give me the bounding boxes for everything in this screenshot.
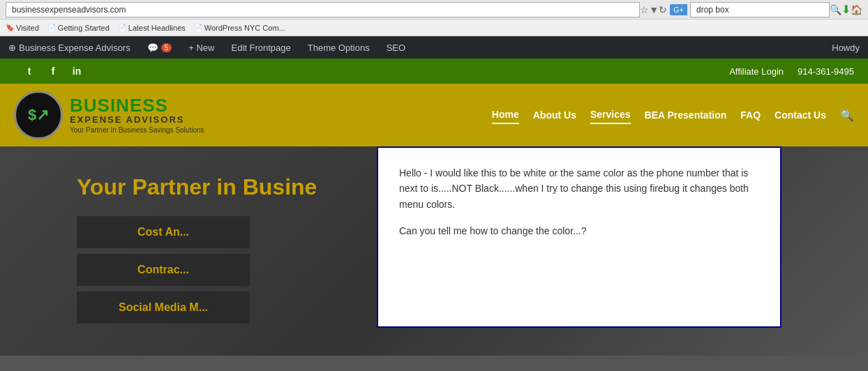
logo-text: BUSINESS EXPENSE ADVISORS Your Partner I… [70, 96, 204, 134]
nav-services[interactable]: Services [590, 106, 631, 124]
twitter-icon[interactable]: t [21, 63, 38, 80]
content-background: Your Partner in Busine Cost An... Contra… [0, 146, 868, 356]
hero-title: Your Partner in Busine [77, 174, 317, 200]
download-icon[interactable]: ⬇ [841, 3, 851, 16]
logo-tagline: Your Partner In Business Savings Solutio… [70, 126, 204, 134]
bookmark-getting-started[interactable]: 📄 Getting Started [47, 24, 110, 32]
logo-emblem: $↗ [14, 91, 63, 139]
wp-admin-bar: ⊕ Business Expense Advisors 💬 5 + New Ed… [0, 36, 868, 59]
hero-btn-social[interactable]: Social Media M... [77, 292, 250, 324]
browser-bar: ☆ ▼ ↻ G+ 🔍 ⬇ 🏠 [0, 0, 868, 20]
wordpress-nyc-icon: 📄 [194, 24, 202, 31]
star-down-icon[interactable]: ▼ [649, 4, 659, 15]
refresh-icon[interactable]: ↻ [659, 4, 667, 15]
latest-headlines-icon: 📄 [118, 24, 126, 31]
hero-buttons: Cost An... Contrac... Social Media M... [77, 216, 250, 324]
wp-howdy[interactable]: Howdy [823, 43, 868, 53]
site-header: $↗ BUSINESS EXPENSE ADVISORS Your Partne… [0, 84, 868, 146]
bookmarks-bar: 🔖 Visited 📄 Getting Started 📄 Latest Hea… [0, 20, 868, 36]
browser-search-input[interactable] [690, 2, 830, 17]
site-content: Your Partner in Busine Cost An... Contra… [0, 146, 868, 356]
hero-btn-contract[interactable]: Contrac... [77, 254, 250, 286]
url-input[interactable] [6, 2, 640, 17]
popup-text-question: Can you tell me how to change the color.… [399, 223, 759, 238]
popup-box: Hello - I would like this to be white or… [377, 146, 781, 328]
site-logo[interactable]: $↗ BUSINESS EXPENSE ADVISORS Your Partne… [14, 91, 204, 139]
hero-btn-cost[interactable]: Cost An... [77, 216, 250, 248]
social-icons: t f in [21, 63, 85, 80]
getting-started-icon: 📄 [47, 24, 56, 31]
linkedin-icon[interactable]: in [68, 63, 85, 80]
wp-theme-options[interactable]: Theme Options [299, 36, 378, 59]
nav-about[interactable]: About Us [533, 107, 576, 123]
logo-sub: EXPENSE ADVISORS [70, 114, 204, 125]
nav-bea[interactable]: BEA Presentation [645, 107, 727, 123]
wp-comments[interactable]: 💬 5 [139, 36, 181, 59]
browser-search-button[interactable]: 🔍 [830, 4, 841, 15]
bookmark-visited[interactable]: 🔖 Visited [6, 24, 39, 32]
nav-faq[interactable]: FAQ [740, 107, 761, 123]
logo-symbol: $↗ [28, 106, 49, 124]
site-nav: Home About Us Services BEA Presentation … [492, 106, 854, 124]
nav-contact[interactable]: Contact Us [775, 107, 826, 123]
bookmark-wordpress-nyc[interactable]: 📄 WordPress NYC Com... [194, 24, 285, 32]
wp-new-button[interactable]: + New [180, 36, 223, 59]
wp-edit-frontpage[interactable]: Edit Frontpage [223, 36, 299, 59]
visited-icon: 🔖 [6, 24, 14, 31]
wp-seo[interactable]: SEO [378, 36, 414, 59]
facebook-icon[interactable]: f [45, 63, 61, 80]
phone-number: 914-361-9495 [798, 66, 854, 77]
popup-text-main: Hello - I would like this to be white or… [399, 165, 759, 212]
search-provider-icon: G+ [670, 4, 687, 15]
nav-search-icon[interactable]: 🔍 [840, 109, 854, 122]
logo-main: BUSINESS [70, 96, 204, 114]
star-icon[interactable]: ☆ [640, 4, 649, 15]
bookmark-latest-headlines[interactable]: 📄 Latest Headlines [118, 24, 186, 32]
affiliate-login-link[interactable]: Affiliate Login [729, 66, 784, 77]
wp-logo: ⊕ [8, 43, 16, 53]
wp-site-name[interactable]: ⊕ Business Expense Advisors [0, 36, 139, 59]
nav-home[interactable]: Home [492, 106, 519, 124]
site-top-bar: t f in Affiliate Login 914-361-9495 [0, 59, 868, 84]
comments-icon: 💬 [147, 43, 158, 53]
home-icon[interactable]: 🏠 [851, 4, 862, 15]
